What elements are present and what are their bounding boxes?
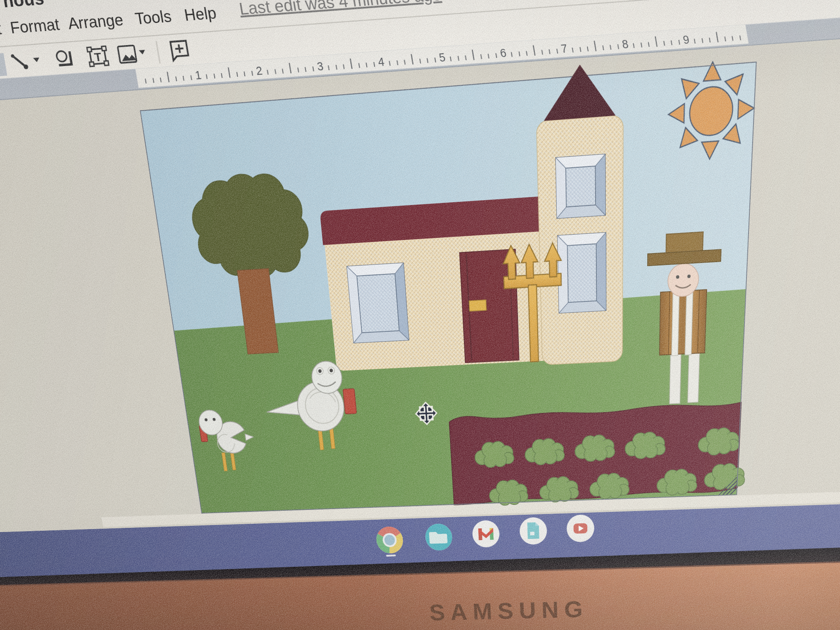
svg-text:7: 7 <box>560 42 568 55</box>
svg-text:2: 2 <box>255 64 263 78</box>
svg-text:5: 5 <box>438 51 446 64</box>
svg-text:4: 4 <box>377 55 385 69</box>
svg-text:8: 8 <box>621 37 629 51</box>
svg-text:9: 9 <box>682 33 690 46</box>
svg-text:1: 1 <box>194 68 202 82</box>
svg-text:3: 3 <box>316 59 324 73</box>
svg-text:T: T <box>94 50 103 64</box>
svg-text:SAMSUNG: SAMSUNG <box>429 596 589 625</box>
svg-text:6: 6 <box>499 46 507 60</box>
